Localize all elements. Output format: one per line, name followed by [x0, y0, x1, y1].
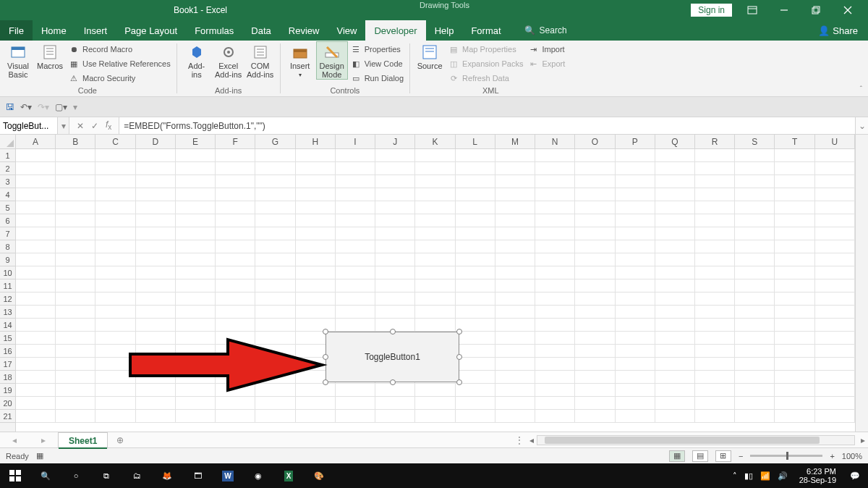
cell[interactable]: [815, 162, 855, 175]
cell[interactable]: [176, 227, 216, 240]
cell[interactable]: [775, 149, 814, 162]
action-center-button[interactable]: 💬: [842, 463, 868, 488]
cell[interactable]: [255, 371, 295, 384]
cell[interactable]: [735, 266, 775, 279]
cell[interactable]: [95, 227, 135, 240]
view-code-button[interactable]: ◧View Code: [349, 56, 405, 71]
macros-button[interactable]: Macros: [35, 42, 65, 70]
cell[interactable]: [216, 397, 255, 410]
col-header[interactable]: K: [415, 135, 455, 148]
cell[interactable]: [815, 253, 855, 266]
cell[interactable]: [56, 162, 95, 175]
cell[interactable]: [95, 358, 135, 371]
cell[interactable]: [296, 319, 336, 332]
paint-button[interactable]: 🎨: [304, 463, 334, 488]
cell[interactable]: [575, 188, 615, 201]
cell[interactable]: [216, 410, 255, 423]
cell[interactable]: [815, 201, 855, 214]
cell[interactable]: [255, 175, 295, 188]
cell[interactable]: [336, 240, 375, 253]
cell[interactable]: [535, 358, 575, 371]
cell[interactable]: [56, 397, 95, 410]
cell[interactable]: [415, 201, 455, 214]
cell[interactable]: [375, 397, 415, 410]
cell[interactable]: [616, 293, 655, 306]
cell[interactable]: [815, 397, 855, 410]
cell[interactable]: [56, 384, 95, 397]
cell[interactable]: [655, 345, 695, 358]
zoom-in-button[interactable]: +: [830, 452, 834, 460]
tab-data[interactable]: Data: [242, 20, 279, 41]
cell[interactable]: [535, 240, 575, 253]
cell[interactable]: [415, 279, 455, 293]
cell[interactable]: [735, 293, 775, 306]
cell[interactable]: [495, 397, 535, 410]
cell[interactable]: [255, 188, 295, 201]
collapse-ribbon-button[interactable]: ˆ: [860, 85, 862, 93]
tab-page-layout[interactable]: Page Layout: [116, 20, 186, 41]
cell[interactable]: [176, 306, 216, 319]
cell[interactable]: [575, 240, 615, 253]
cell[interactable]: [255, 345, 295, 358]
toggle-button-face[interactable]: ToggleButton1: [326, 332, 459, 382]
cell[interactable]: [815, 306, 855, 319]
cell[interactable]: [655, 293, 695, 306]
cell[interactable]: [775, 371, 814, 384]
cell[interactable]: [695, 162, 735, 175]
cell[interactable]: [296, 306, 336, 319]
sign-in-button[interactable]: Sign in: [691, 4, 732, 17]
cell[interactable]: [415, 410, 455, 423]
cell[interactable]: [415, 319, 455, 332]
cell[interactable]: [216, 279, 255, 293]
cell[interactable]: [415, 384, 455, 397]
cell[interactable]: [735, 279, 775, 293]
cell[interactable]: [815, 384, 855, 397]
cell[interactable]: [16, 188, 56, 201]
cell[interactable]: [375, 410, 415, 423]
resize-handle-ne[interactable]: [456, 329, 462, 335]
cell[interactable]: [775, 384, 814, 397]
cell[interactable]: [336, 397, 375, 410]
cell[interactable]: [255, 293, 295, 306]
cell[interactable]: [775, 319, 814, 332]
wifi-icon[interactable]: 📶: [760, 471, 770, 481]
cell[interactable]: [815, 358, 855, 371]
cell[interactable]: [775, 410, 814, 423]
cell[interactable]: [136, 319, 176, 332]
cell[interactable]: [495, 175, 535, 188]
cell[interactable]: [336, 149, 375, 162]
cell[interactable]: [375, 149, 415, 162]
cell[interactable]: [575, 319, 615, 332]
cell[interactable]: [735, 358, 775, 371]
cell[interactable]: [775, 201, 814, 214]
cell[interactable]: [56, 149, 95, 162]
cell[interactable]: [296, 227, 336, 240]
cell[interactable]: [815, 227, 855, 240]
col-header[interactable]: R: [695, 135, 735, 148]
cell[interactable]: [735, 384, 775, 397]
cell[interactable]: [415, 188, 455, 201]
col-header[interactable]: M: [495, 135, 535, 148]
macro-record-status-icon[interactable]: ▦: [36, 451, 43, 460]
zoom-level[interactable]: 100%: [842, 452, 862, 460]
cell[interactable]: [775, 345, 814, 358]
cell[interactable]: [16, 201, 56, 214]
cell[interactable]: [296, 162, 336, 175]
cell[interactable]: [216, 371, 255, 384]
macro-security-button[interactable]: ⚠Macro Security: [67, 71, 172, 85]
cell[interactable]: [16, 410, 56, 423]
cell[interactable]: [535, 188, 575, 201]
cell[interactable]: [176, 293, 216, 306]
cell[interactable]: [16, 266, 56, 279]
app-button-1[interactable]: 🗔: [182, 463, 213, 488]
cell[interactable]: [136, 332, 176, 345]
enter-formula-button[interactable]: ✓: [91, 121, 98, 131]
cell[interactable]: [535, 149, 575, 162]
cell[interactable]: [415, 306, 455, 319]
cell[interactable]: [136, 306, 176, 319]
cell[interactable]: [815, 188, 855, 201]
col-header[interactable]: J: [375, 135, 415, 148]
row-header[interactable]: 9: [0, 253, 15, 266]
tray-chevron-icon[interactable]: ˄: [733, 471, 737, 481]
expansion-packs-button[interactable]: ◫Expansion Packs: [446, 56, 524, 71]
